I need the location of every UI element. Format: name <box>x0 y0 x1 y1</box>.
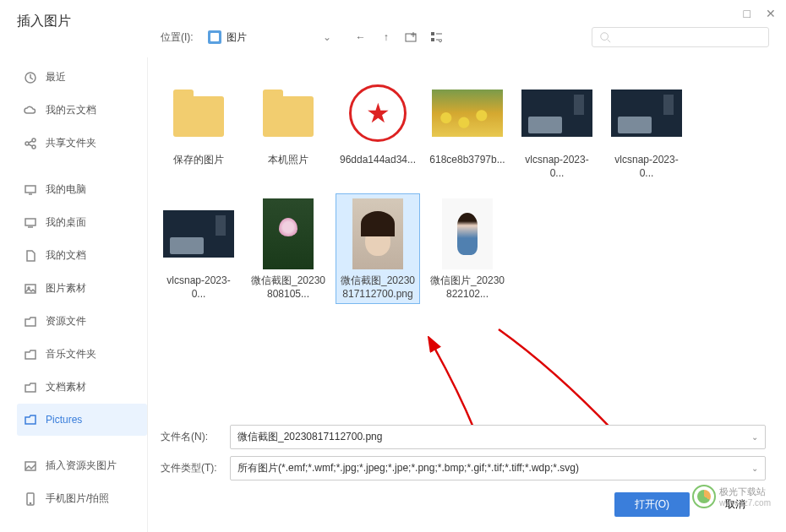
chevron-down-icon: ⌄ <box>751 432 758 442</box>
filename-label: 文件名(N): <box>161 430 220 444</box>
file-name: 本机照片 <box>268 154 308 167</box>
svg-rect-9 <box>25 219 35 225</box>
file-name: 微信截图_2023080810​5... <box>249 274 327 301</box>
folder-icon <box>173 96 224 137</box>
svg-point-7 <box>32 145 35 149</box>
file-name: vlcsnap-2023-0... <box>608 154 685 180</box>
svg-point-14 <box>30 502 30 503</box>
sidebar-item-desktop[interactable]: 我的桌面 <box>17 206 147 239</box>
sidebar-item-insert-resource[interactable]: 插入资源夹图片 <box>17 449 147 482</box>
up-icon[interactable]: ↑ <box>379 30 393 44</box>
new-folder-icon[interactable] <box>405 30 418 44</box>
sidebar: 最近 我的云文档 共享文件夹 我的电脑 我的桌面 我的文档 图片素材 资源文件 … <box>0 57 148 532</box>
chevron-down-icon: ⌄ <box>751 464 758 473</box>
window-controls: □ ✕ <box>744 7 776 20</box>
image-item[interactable]: 微信截图_2023081711270​0.png <box>336 193 420 304</box>
image-thumbnail <box>521 90 592 137</box>
sidebar-item-pic-material[interactable]: 图片素材 <box>17 272 147 305</box>
filetype-label: 文件类型(T): <box>161 461 220 475</box>
sidebar-item-cloud[interactable]: 我的云文档 <box>17 94 147 127</box>
image-item[interactable]: 微信图片_2023082210​2... <box>425 193 510 304</box>
sidebar-item-pictures[interactable]: Pictures <box>17 404 147 436</box>
folder-icon <box>263 96 314 137</box>
sidebar-item-shared[interactable]: 共享文件夹 <box>17 127 147 160</box>
file-name: 96dda144ad34... <box>340 154 416 167</box>
folder-item[interactable]: 本机照片 <box>246 73 330 183</box>
image-thumbnail <box>442 198 493 269</box>
svg-rect-10 <box>25 285 35 293</box>
image-item[interactable]: 618ce8b3797b... <box>425 73 510 183</box>
image-item[interactable]: 微信截图_2023080810​5... <box>246 193 330 304</box>
folder-item[interactable]: 保存的图片 <box>156 73 241 183</box>
bottom-panel: 文件名(N): 微信截图_20230817112700.png⌄ 文件类型(T)… <box>161 425 766 517</box>
location-value: 图片 <box>227 30 247 45</box>
filename-input[interactable]: 微信截图_20230817112700.png⌄ <box>230 425 766 449</box>
svg-rect-1 <box>431 32 434 35</box>
file-name: vlcsnap-2023-0... <box>160 274 237 301</box>
location-label: 位置(I): <box>161 30 194 45</box>
file-name: vlcsnap-2023-0... <box>518 154 596 180</box>
filetype-dropdown[interactable]: 所有图片(*.emf;*.wmf;*.jpg;*.jpeg;*.jpe;*.pn… <box>230 456 766 480</box>
file-name: 618ce8b3797b... <box>429 154 505 167</box>
file-name: 微信截图_2023081711270​0.png <box>339 274 417 301</box>
svg-rect-8 <box>25 186 35 193</box>
search-input[interactable] <box>592 27 769 47</box>
svg-point-5 <box>25 142 29 145</box>
location-dropdown[interactable]: 图片 ⌄ <box>202 28 337 47</box>
sidebar-item-recent[interactable]: 最近 <box>17 61 147 94</box>
open-button[interactable]: 打开(O) <box>614 492 690 517</box>
image-thumbnail <box>163 210 234 258</box>
cancel-button[interactable]: 取消 <box>705 492 766 517</box>
sidebar-item-phone[interactable]: 手机图片/拍照 <box>17 482 147 515</box>
image-item[interactable]: vlcsnap-2023-0... <box>515 73 599 183</box>
sidebar-item-computer[interactable]: 我的电脑 <box>17 173 147 206</box>
svg-rect-2 <box>431 38 434 41</box>
image-thumbnail <box>611 90 682 137</box>
svg-point-3 <box>601 33 609 41</box>
stamp-thumbnail: ★ <box>349 84 407 142</box>
insert-picture-dialog: □ ✕ 插入图片 位置(I): 图片 ⌄ ← ↑ 最近 我的云文档 共享文件夹 … <box>0 0 786 532</box>
file-name: 保存的图片 <box>173 154 224 167</box>
search-icon <box>599 31 611 43</box>
sidebar-item-resources[interactable]: 资源文件 <box>17 305 147 338</box>
back-icon[interactable]: ← <box>354 30 368 44</box>
sidebar-item-music[interactable]: 音乐文件夹 <box>17 338 147 371</box>
chevron-down-icon: ⌄ <box>323 31 331 43</box>
location-bar: 位置(I): 图片 ⌄ ← ↑ <box>161 24 769 51</box>
image-thumbnail <box>352 198 403 269</box>
close-icon[interactable]: ✕ <box>766 7 776 20</box>
maximize-icon[interactable]: □ <box>744 7 751 20</box>
dialog-title: 插入图片 <box>17 13 71 30</box>
sidebar-item-doc-material[interactable]: 文档素材 <box>17 371 147 404</box>
image-thumbnail <box>263 198 314 269</box>
svg-point-6 <box>32 138 35 142</box>
image-thumbnail <box>432 90 503 137</box>
view-options-icon[interactable] <box>430 30 444 44</box>
image-item[interactable]: vlcsnap-2023-0... <box>156 193 241 304</box>
pictures-folder-icon <box>208 30 221 44</box>
file-name: 微信图片_2023082210​2... <box>428 274 506 301</box>
sidebar-item-documents[interactable]: 我的文档 <box>17 239 147 272</box>
image-item[interactable]: vlcsnap-2023-0... <box>604 73 689 183</box>
image-item[interactable]: ★96dda144ad34... <box>336 73 420 183</box>
